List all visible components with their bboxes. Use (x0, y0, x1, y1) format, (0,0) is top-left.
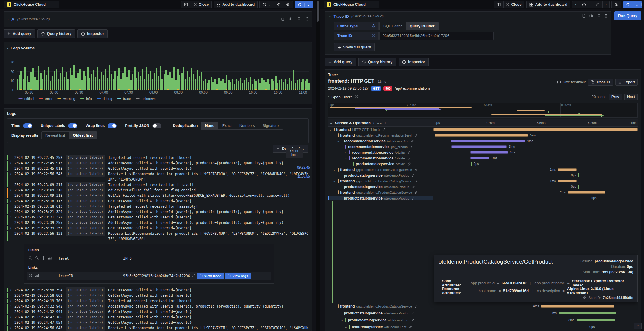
log-row[interactable]: ›2024-02-19 09:23:58.862(no unique label… (7, 293, 309, 298)
span-name[interactable]: ⌄productcatalogserviceoteldemo.Produc (328, 311, 433, 315)
collapse-icon[interactable]: ⌄ (6, 46, 9, 49)
span-toggle-icon[interactable]: ⌄ (329, 128, 332, 131)
delete-query-icon[interactable] (597, 14, 601, 19)
span-name[interactable]: ⌄frontendgrpc.oteldemo.ProductCatalogSer… (328, 304, 433, 308)
log-expand-icon[interactable]: › (10, 166, 14, 171)
log-expand-icon[interactable]: › (10, 225, 14, 231)
log-row[interactable]: ›2024-02-19 09:23:09.318(no unique label… (7, 193, 309, 198)
span-row[interactable]: ›recommendationservice/otelde2ms (328, 150, 638, 155)
span-name[interactable]: ⌄recommendationservice/oteldemo.Rec (328, 139, 433, 143)
unique-labels-toggle[interactable] (68, 123, 77, 128)
span-filters-toggle[interactable]: › Span Filters (328, 95, 358, 99)
trace-minimap[interactable]: 0μs2.75ms5.5ms8.25ms (328, 103, 638, 118)
share-link-icon[interactable] (593, 1, 603, 8)
span-toggle-icon[interactable]: ⌄ (333, 180, 336, 183)
run-query-button[interactable]: Run Query (614, 11, 641, 20)
log-row[interactable]: ›2024-02-19 09:23:39.255(no unique label… (7, 220, 309, 225)
span-name[interactable]: ⌄recommendationserviceget_produc (328, 145, 433, 149)
dedup-option-exact[interactable]: Exact (218, 122, 236, 129)
time-shift-forward-icon[interactable]: › (603, 1, 609, 8)
log-row[interactable]: ›2024-02-19 09:23:21.322(no unique label… (7, 215, 309, 220)
split-pane-button[interactable] (494, 1, 504, 8)
chevron-right-icon[interactable]: › (8, 18, 8, 21)
legend-item-critical[interactable]: critical (18, 97, 34, 101)
span-timeline[interactable]: 0μs (433, 195, 638, 201)
span-timeline[interactable]: 4ms (433, 303, 638, 310)
split-pane-button[interactable] (181, 1, 191, 8)
share-link-icon[interactable] (274, 1, 283, 8)
log-expand-icon[interactable]: › (10, 182, 14, 187)
refresh-icon[interactable] (623, 3, 633, 7)
right-datasource-picker[interactable]: ClickHouse Cloud ⌄ (324, 1, 379, 8)
view-logs-button[interactable]: View logs (225, 273, 251, 279)
toggle-visibility-icon[interactable] (28, 274, 32, 278)
inspector-button[interactable]: Inspector (77, 29, 108, 38)
span-timeline[interactable]: 1ms (433, 167, 638, 172)
span-timeline[interactable]: 3ms (433, 144, 638, 150)
expand-all-icon[interactable]: » (385, 121, 386, 125)
span-timeline[interactable]: 1ms (433, 155, 638, 161)
span-name[interactable]: ⌄productcatalogserviceoteldemo.Fea (328, 318, 433, 322)
span-toggle-icon[interactable]: ⌄ (345, 157, 348, 160)
log-expand-icon[interactable]: › (10, 209, 14, 215)
expand-one-icon[interactable]: › (373, 121, 374, 125)
refresh-button[interactable]: ⌄ (623, 1, 642, 8)
legend-item-debug[interactable]: debug (97, 97, 112, 101)
log-expand-icon[interactable]: › (10, 155, 14, 160)
span-row[interactable]: productcatalogserviceotelde0μs (328, 161, 638, 167)
log-row[interactable]: ⌄2024-02-19 09:23:56.132(no unique label… (7, 231, 309, 242)
view-trace-button[interactable]: View trace (197, 273, 224, 279)
span-row[interactable]: productcatalogserviceoteldemo.Produc0μs (328, 172, 638, 178)
span-toggle-icon[interactable]: › (345, 151, 348, 154)
span-timeline[interactable]: 0μs (433, 184, 638, 190)
span-row[interactable]: featureflagservicefeatureflag0μs (328, 330, 638, 331)
next-span-button[interactable]: Next (624, 94, 638, 100)
log-expand-icon[interactable]: › (10, 304, 14, 309)
log-row[interactable]: ›2024-02-19 09:22:45.918(no unique label… (7, 166, 309, 171)
copy-icon[interactable] (192, 274, 195, 278)
span-attributes-row[interactable]: › Span Attributes: app.product.id=66VCHS… (439, 279, 633, 287)
span-row[interactable]: ⌄frontendgrpc.oteldemo.ProductCatalogSer… (328, 167, 638, 172)
span-toggle-icon[interactable]: ⌄ (337, 140, 340, 143)
log-row[interactable]: ›2024-02-19 09:23:18.113(no unique label… (7, 198, 309, 204)
log-row[interactable]: ›2024-02-19 09:24:47.166(no unique label… (7, 314, 309, 320)
drag-handle-icon[interactable] (305, 17, 308, 22)
log-expand-icon[interactable]: › (10, 187, 14, 193)
span-toggle-icon[interactable]: ⌄ (337, 312, 340, 315)
log-expand-icon[interactable]: › (10, 314, 14, 320)
drag-handle-icon[interactable] (605, 14, 608, 19)
span-row[interactable]: ⌄productcatalogserviceoteldemo.Produc3ms (328, 310, 638, 317)
chevron-down-icon[interactable]: ⌄ (330, 122, 332, 125)
show-full-query-button[interactable]: Show full query (334, 43, 375, 51)
span-name[interactable]: productcatalogserviceoteldemo.Produc (328, 173, 433, 178)
collapse-icon[interactable]: ⌄ (329, 15, 331, 18)
log-row[interactable]: ›2024-02-19 09:23:39.257(no unique label… (7, 225, 309, 231)
span-name[interactable]: ⌄recommendationservice/otelde (328, 156, 433, 160)
span-row[interactable]: ⌄frontendgrpc.oteldemo.RecommendationSer… (328, 132, 638, 138)
logs-volume-header[interactable]: ⌄ Logs volume (6, 44, 309, 51)
span-name[interactable]: ⌄featureflagservice/oteldemo.Feat (328, 325, 433, 329)
span-name[interactable]: ⌄frontendgrpc.oteldemo.ProductCatalogSer… (328, 190, 433, 195)
stats-icon[interactable] (35, 274, 39, 278)
add-to-dashboard-button[interactable]: Add to dashboard (527, 1, 570, 8)
span-row[interactable]: ⌄frontendgrpc.oteldemo.ProductCatalogSer… (328, 178, 638, 184)
log-expand-icon[interactable]: › (10, 160, 14, 166)
log-expand-icon[interactable]: › (10, 193, 14, 198)
editor-option-sql-editor[interactable]: SQL Editor (380, 22, 406, 30)
time-range-button[interactable]: ⌄ (260, 1, 274, 8)
log-expand-icon[interactable]: › (10, 293, 14, 298)
give-feedback-button[interactable]: Give feedback (557, 80, 586, 84)
close-split-button[interactable]: Close (504, 1, 524, 8)
log-expand-icon[interactable]: › (10, 204, 14, 209)
span-timeline[interactable]: 3ms (433, 310, 638, 317)
span-timeline[interactable]: 0μs (433, 161, 638, 167)
span-toggle-icon[interactable]: ⌄ (341, 319, 344, 322)
collapse-all-icon[interactable]: ⌄⌄ (377, 121, 382, 125)
span-row[interactable]: ⌄featureflagservice/oteldemo.Feat0μs (328, 323, 638, 330)
span-toggle-icon[interactable]: ⌄ (333, 305, 336, 308)
span-timeline[interactable]: 0μs (433, 172, 638, 178)
span-name[interactable]: ⌄frontendgrpc.oteldemo.ProductCatalogSer… (328, 168, 433, 172)
link-icon[interactable] (583, 295, 586, 299)
info-icon[interactable] (372, 34, 375, 38)
refresh-icon[interactable] (295, 3, 305, 7)
